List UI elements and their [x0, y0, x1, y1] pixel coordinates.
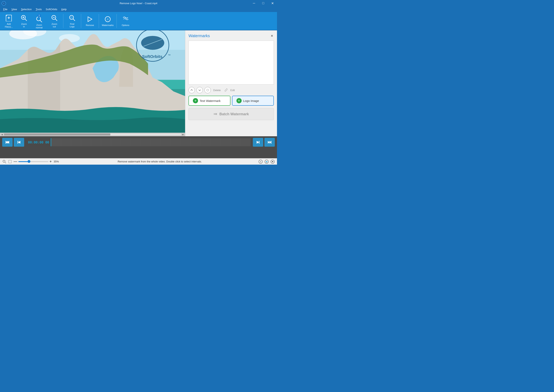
- zoom-percent-display: 35%: [54, 160, 61, 163]
- zoom-minus-icon[interactable]: —: [14, 160, 17, 164]
- toggle-visibility-button[interactable]: [204, 87, 211, 93]
- text-watermark-button[interactable]: + Text Watermark: [189, 96, 231, 106]
- zoom-slider-fill: [18, 161, 29, 162]
- scroll-left-button[interactable]: ◄: [0, 133, 4, 136]
- svg-text:©: ©: [107, 18, 109, 21]
- menu-help[interactable]: Help: [60, 7, 68, 11]
- facebook-icon[interactable]: f: [259, 160, 263, 164]
- fast-forward-button[interactable]: [264, 138, 275, 147]
- svg-rect-42: [51, 138, 251, 146]
- svg-line-7: [25, 19, 27, 21]
- svg-marker-45: [268, 141, 269, 144]
- zoom-normal-button[interactable]: 1 Zoomnormal: [32, 13, 46, 29]
- move-down-button[interactable]: [196, 87, 203, 93]
- menu-bar: File View Selection Tools SoftOrbits Hel…: [0, 6, 277, 12]
- watermarks-icon: ©: [104, 15, 112, 23]
- batch-watermark-button[interactable]: ⇒ Batch Watermark: [189, 108, 274, 120]
- delete-button[interactable]: Delete: [213, 89, 221, 92]
- logo-image-button[interactable]: + Logo Image: [232, 96, 274, 106]
- close-button[interactable]: ✕: [268, 0, 277, 6]
- status-left-icons: [2, 160, 12, 164]
- magnify-icon: [2, 160, 6, 164]
- scroll-right-button[interactable]: ►: [182, 133, 185, 136]
- scrollbar-thumb[interactable]: [4, 133, 110, 135]
- add-buttons-row: + Text Watermark + Logo Image: [189, 96, 274, 106]
- svg-line-16: [73, 19, 75, 21]
- svg-text:SoftOrbits: SoftOrbits: [142, 54, 162, 59]
- app-logo-icon: R: [2, 1, 6, 6]
- watermark-list[interactable]: [189, 41, 274, 84]
- options-label: Options: [122, 24, 129, 27]
- toolbar: AddFile(s)... Zoomin 1 Zoomnormal: [0, 12, 277, 30]
- prev-frame-button[interactable]: [14, 138, 24, 147]
- zoom-out-icon: [50, 14, 58, 22]
- options-icon: [121, 15, 129, 23]
- playhead[interactable]: [51, 138, 51, 146]
- edit-button[interactable]: Edit: [231, 89, 235, 92]
- timeline-track[interactable]: [51, 138, 251, 146]
- panel-header: Watermarks ✕: [189, 34, 274, 38]
- zoom-slider-thumb[interactable]: [28, 160, 30, 163]
- selection-icon: [8, 160, 12, 164]
- svg-line-13: [55, 19, 57, 21]
- svg-line-11: [40, 20, 42, 22]
- menu-tools[interactable]: Tools: [34, 7, 43, 11]
- add-files-button[interactable]: AddFile(s)...: [2, 13, 16, 29]
- svg-point-35: [207, 89, 209, 91]
- watermarks-label: Watermarks: [102, 24, 114, 27]
- svg-text:R: R: [3, 2, 5, 5]
- svg-text:🐦: 🐦: [266, 161, 268, 163]
- menu-selection[interactable]: Selection: [19, 7, 33, 11]
- svg-rect-44: [259, 141, 259, 144]
- zoom-slider[interactable]: [18, 161, 48, 162]
- move-up-button[interactable]: [189, 87, 195, 93]
- zoom-controls: — + 35%: [14, 160, 61, 164]
- title-bar: R Remove Logo Now! - Coast.mp4 ─ □ ✕: [0, 0, 277, 6]
- svg-text:™: ™: [168, 54, 171, 57]
- zoom-plus-icon[interactable]: +: [49, 160, 52, 164]
- batch-watermark-label: Batch Watermark: [219, 112, 249, 116]
- zoom-out-label: Zoomout: [52, 23, 57, 28]
- options-button[interactable]: Options: [118, 13, 133, 29]
- text-watermark-plus-icon: +: [193, 98, 198, 103]
- zoom-normal-label: Zoomnormal: [36, 24, 42, 29]
- menu-softorbits[interactable]: SoftOrbits: [44, 7, 59, 11]
- timeline-ruler: [51, 138, 251, 146]
- menu-view[interactable]: View: [10, 7, 19, 11]
- video-area: SoftOrbits ™ ◄ ►: [0, 30, 185, 136]
- coast-scene: SoftOrbits ™: [0, 30, 185, 136]
- zoom-out-button[interactable]: Zoomout: [47, 13, 62, 29]
- next-frame-button[interactable]: [253, 138, 263, 147]
- panel-title: Watermarks: [189, 34, 210, 38]
- logo-image-plus-icon: +: [236, 98, 242, 103]
- panel-close-button[interactable]: ✕: [270, 34, 274, 38]
- text-watermark-label: Text Watermark: [200, 99, 220, 103]
- menu-file[interactable]: File: [2, 7, 9, 11]
- title-controls: ─ □ ✕: [249, 0, 277, 6]
- twitter-icon[interactable]: 🐦: [265, 160, 269, 164]
- svg-text:f: f: [260, 161, 261, 163]
- title-text: Remove Logo Now! - Coast.mp4: [120, 2, 157, 5]
- zoom-in-button[interactable]: Zoomin: [17, 13, 31, 29]
- svg-marker-39: [18, 141, 20, 144]
- watermarks-button[interactable]: © Watermarks: [100, 13, 115, 29]
- social-icons: f 🐦: [259, 160, 275, 164]
- timeline-controls: 00:00:00 00: [0, 136, 277, 148]
- add-files-icon: [5, 14, 13, 22]
- find-logo-button[interactable]: FindLogo: [65, 13, 79, 29]
- svg-line-49: [5, 162, 6, 163]
- toolbar-separator-3: [99, 14, 99, 28]
- toolbar-separator-4: [117, 14, 117, 28]
- panel-controls: Delete Edit: [189, 87, 274, 93]
- rewind-button[interactable]: [2, 138, 13, 147]
- find-logo-icon: [68, 14, 76, 22]
- minimize-button[interactable]: ─: [249, 0, 259, 6]
- maximize-button[interactable]: □: [259, 0, 268, 6]
- horizontal-scrollbar[interactable]: ◄ ►: [0, 133, 185, 136]
- youtube-icon[interactable]: [271, 160, 275, 164]
- remove-icon: [86, 15, 94, 23]
- timeline-area: 00:00:00 00: [0, 136, 277, 158]
- find-logo-label: FindLogo: [70, 23, 75, 28]
- remove-button[interactable]: Remove: [83, 13, 97, 29]
- watermarks-panel: Watermarks ✕ Delete Edit: [185, 30, 277, 136]
